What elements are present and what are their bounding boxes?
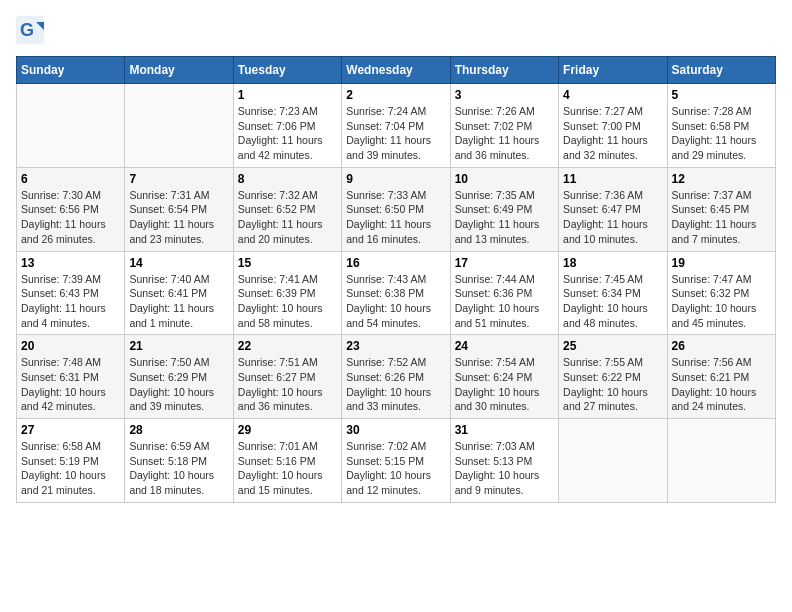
calendar-cell <box>125 84 233 168</box>
calendar-week-5: 27Sunrise: 6:58 AM Sunset: 5:19 PM Dayli… <box>17 419 776 503</box>
calendar-cell: 25Sunrise: 7:55 AM Sunset: 6:22 PM Dayli… <box>559 335 667 419</box>
day-number: 15 <box>238 256 337 270</box>
day-number: 21 <box>129 339 228 353</box>
day-number: 27 <box>21 423 120 437</box>
day-info: Sunrise: 7:39 AM Sunset: 6:43 PM Dayligh… <box>21 272 120 331</box>
calendar-cell: 2Sunrise: 7:24 AM Sunset: 7:04 PM Daylig… <box>342 84 450 168</box>
calendar-cell: 12Sunrise: 7:37 AM Sunset: 6:45 PM Dayli… <box>667 167 775 251</box>
calendar-cell: 21Sunrise: 7:50 AM Sunset: 6:29 PM Dayli… <box>125 335 233 419</box>
day-number: 6 <box>21 172 120 186</box>
day-info: Sunrise: 7:03 AM Sunset: 5:13 PM Dayligh… <box>455 439 554 498</box>
day-number: 22 <box>238 339 337 353</box>
day-info: Sunrise: 7:47 AM Sunset: 6:32 PM Dayligh… <box>672 272 771 331</box>
logo-icon: G <box>16 16 44 44</box>
calendar-cell <box>667 419 775 503</box>
calendar-cell: 11Sunrise: 7:36 AM Sunset: 6:47 PM Dayli… <box>559 167 667 251</box>
day-header-monday: Monday <box>125 57 233 84</box>
calendar-cell: 20Sunrise: 7:48 AM Sunset: 6:31 PM Dayli… <box>17 335 125 419</box>
day-info: Sunrise: 6:59 AM Sunset: 5:18 PM Dayligh… <box>129 439 228 498</box>
day-header-saturday: Saturday <box>667 57 775 84</box>
calendar-cell: 5Sunrise: 7:28 AM Sunset: 6:58 PM Daylig… <box>667 84 775 168</box>
day-info: Sunrise: 7:43 AM Sunset: 6:38 PM Dayligh… <box>346 272 445 331</box>
svg-text:G: G <box>20 20 34 40</box>
day-header-thursday: Thursday <box>450 57 558 84</box>
logo: G <box>16 16 48 44</box>
calendar-cell: 7Sunrise: 7:31 AM Sunset: 6:54 PM Daylig… <box>125 167 233 251</box>
day-info: Sunrise: 7:31 AM Sunset: 6:54 PM Dayligh… <box>129 188 228 247</box>
calendar-body: 1Sunrise: 7:23 AM Sunset: 7:06 PM Daylig… <box>17 84 776 503</box>
day-info: Sunrise: 7:35 AM Sunset: 6:49 PM Dayligh… <box>455 188 554 247</box>
calendar-cell: 27Sunrise: 6:58 AM Sunset: 5:19 PM Dayli… <box>17 419 125 503</box>
calendar-cell: 24Sunrise: 7:54 AM Sunset: 6:24 PM Dayli… <box>450 335 558 419</box>
day-info: Sunrise: 7:01 AM Sunset: 5:16 PM Dayligh… <box>238 439 337 498</box>
calendar-cell: 15Sunrise: 7:41 AM Sunset: 6:39 PM Dayli… <box>233 251 341 335</box>
day-number: 14 <box>129 256 228 270</box>
calendar-cell: 3Sunrise: 7:26 AM Sunset: 7:02 PM Daylig… <box>450 84 558 168</box>
calendar-cell: 8Sunrise: 7:32 AM Sunset: 6:52 PM Daylig… <box>233 167 341 251</box>
day-number: 31 <box>455 423 554 437</box>
calendar-cell: 17Sunrise: 7:44 AM Sunset: 6:36 PM Dayli… <box>450 251 558 335</box>
calendar-header: SundayMondayTuesdayWednesdayThursdayFrid… <box>17 57 776 84</box>
calendar-cell: 6Sunrise: 7:30 AM Sunset: 6:56 PM Daylig… <box>17 167 125 251</box>
calendar-cell: 4Sunrise: 7:27 AM Sunset: 7:00 PM Daylig… <box>559 84 667 168</box>
day-number: 20 <box>21 339 120 353</box>
calendar-cell: 16Sunrise: 7:43 AM Sunset: 6:38 PM Dayli… <box>342 251 450 335</box>
day-info: Sunrise: 7:26 AM Sunset: 7:02 PM Dayligh… <box>455 104 554 163</box>
calendar-cell: 10Sunrise: 7:35 AM Sunset: 6:49 PM Dayli… <box>450 167 558 251</box>
calendar-week-3: 13Sunrise: 7:39 AM Sunset: 6:43 PM Dayli… <box>17 251 776 335</box>
day-header-wednesday: Wednesday <box>342 57 450 84</box>
day-info: Sunrise: 7:41 AM Sunset: 6:39 PM Dayligh… <box>238 272 337 331</box>
day-number: 8 <box>238 172 337 186</box>
day-number: 28 <box>129 423 228 437</box>
day-number: 2 <box>346 88 445 102</box>
calendar-cell: 22Sunrise: 7:51 AM Sunset: 6:27 PM Dayli… <box>233 335 341 419</box>
calendar-cell: 13Sunrise: 7:39 AM Sunset: 6:43 PM Dayli… <box>17 251 125 335</box>
day-info: Sunrise: 7:55 AM Sunset: 6:22 PM Dayligh… <box>563 355 662 414</box>
day-number: 25 <box>563 339 662 353</box>
day-number: 3 <box>455 88 554 102</box>
day-header-sunday: Sunday <box>17 57 125 84</box>
day-number: 7 <box>129 172 228 186</box>
day-number: 19 <box>672 256 771 270</box>
day-number: 24 <box>455 339 554 353</box>
day-number: 18 <box>563 256 662 270</box>
day-info: Sunrise: 7:51 AM Sunset: 6:27 PM Dayligh… <box>238 355 337 414</box>
calendar-cell <box>559 419 667 503</box>
day-number: 26 <box>672 339 771 353</box>
calendar-cell: 29Sunrise: 7:01 AM Sunset: 5:16 PM Dayli… <box>233 419 341 503</box>
day-info: Sunrise: 7:24 AM Sunset: 7:04 PM Dayligh… <box>346 104 445 163</box>
day-info: Sunrise: 7:52 AM Sunset: 6:26 PM Dayligh… <box>346 355 445 414</box>
day-info: Sunrise: 7:37 AM Sunset: 6:45 PM Dayligh… <box>672 188 771 247</box>
calendar-week-2: 6Sunrise: 7:30 AM Sunset: 6:56 PM Daylig… <box>17 167 776 251</box>
day-number: 17 <box>455 256 554 270</box>
calendar-cell <box>17 84 125 168</box>
day-header-tuesday: Tuesday <box>233 57 341 84</box>
day-header-friday: Friday <box>559 57 667 84</box>
calendar-table: SundayMondayTuesdayWednesdayThursdayFrid… <box>16 56 776 503</box>
calendar-cell: 9Sunrise: 7:33 AM Sunset: 6:50 PM Daylig… <box>342 167 450 251</box>
header-row: SundayMondayTuesdayWednesdayThursdayFrid… <box>17 57 776 84</box>
day-info: Sunrise: 7:50 AM Sunset: 6:29 PM Dayligh… <box>129 355 228 414</box>
day-info: Sunrise: 7:36 AM Sunset: 6:47 PM Dayligh… <box>563 188 662 247</box>
day-info: Sunrise: 7:48 AM Sunset: 6:31 PM Dayligh… <box>21 355 120 414</box>
day-number: 12 <box>672 172 771 186</box>
calendar-cell: 1Sunrise: 7:23 AM Sunset: 7:06 PM Daylig… <box>233 84 341 168</box>
day-info: Sunrise: 7:23 AM Sunset: 7:06 PM Dayligh… <box>238 104 337 163</box>
day-info: Sunrise: 7:32 AM Sunset: 6:52 PM Dayligh… <box>238 188 337 247</box>
day-info: Sunrise: 6:58 AM Sunset: 5:19 PM Dayligh… <box>21 439 120 498</box>
calendar-cell: 26Sunrise: 7:56 AM Sunset: 6:21 PM Dayli… <box>667 335 775 419</box>
day-number: 5 <box>672 88 771 102</box>
day-info: Sunrise: 7:44 AM Sunset: 6:36 PM Dayligh… <box>455 272 554 331</box>
calendar-week-1: 1Sunrise: 7:23 AM Sunset: 7:06 PM Daylig… <box>17 84 776 168</box>
day-number: 1 <box>238 88 337 102</box>
day-info: Sunrise: 7:02 AM Sunset: 5:15 PM Dayligh… <box>346 439 445 498</box>
day-info: Sunrise: 7:27 AM Sunset: 7:00 PM Dayligh… <box>563 104 662 163</box>
day-number: 30 <box>346 423 445 437</box>
day-info: Sunrise: 7:45 AM Sunset: 6:34 PM Dayligh… <box>563 272 662 331</box>
day-info: Sunrise: 7:40 AM Sunset: 6:41 PM Dayligh… <box>129 272 228 331</box>
day-number: 13 <box>21 256 120 270</box>
calendar-week-4: 20Sunrise: 7:48 AM Sunset: 6:31 PM Dayli… <box>17 335 776 419</box>
calendar-cell: 31Sunrise: 7:03 AM Sunset: 5:13 PM Dayli… <box>450 419 558 503</box>
calendar-cell: 14Sunrise: 7:40 AM Sunset: 6:41 PM Dayli… <box>125 251 233 335</box>
day-info: Sunrise: 7:33 AM Sunset: 6:50 PM Dayligh… <box>346 188 445 247</box>
